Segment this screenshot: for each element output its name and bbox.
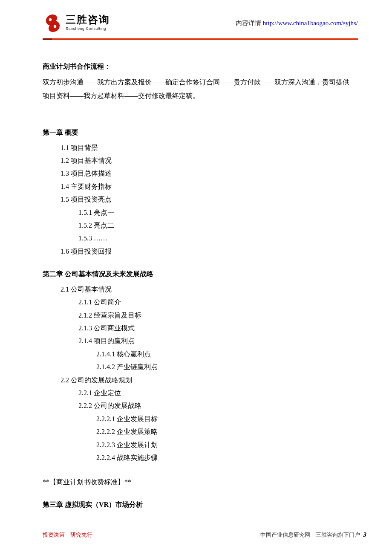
header-detail: 内容详情 http://www.china1baogao.com/syjhs/: [236, 17, 358, 29]
chapter-3-heading: 第三章 虚拟现实（VR）市场分析: [43, 499, 349, 511]
toc-item: 1.1 项目背景: [43, 142, 349, 154]
toc-subitem: 2.1.4 项目的赢利点: [43, 335, 349, 347]
toc-subsubitem: 2.2.2.1 企业发展目标: [43, 413, 349, 425]
toc-subitem: 1.5.1 亮点一: [43, 206, 349, 219]
logo-text-en: Sansheng Consulting: [66, 25, 110, 32]
toc-subsubitem: 2.1.4.1 核心赢利点: [43, 348, 349, 361]
toc-subsubitem: 2.2.2.3 企业发展计划: [43, 439, 349, 451]
page-header: 三胜咨询 Sansheng Consulting 内容详情 http://www…: [0, 0, 392, 38]
toc-subsubitem: 2.1.4.2 产业链赢利点: [43, 361, 349, 373]
toc-subsubitem: 2.2.2.2 企业发展策略: [43, 425, 349, 438]
footer-right: 中国产业信息研究网 三胜咨询旗下门户 3: [260, 529, 367, 541]
toc-item: 2.1 公司基本情况: [43, 283, 349, 296]
toc-subitem: 2.1.3 公司商业模式: [43, 322, 349, 335]
toc-subitem: 1.5.2 亮点二: [43, 219, 349, 232]
page-number: 3: [363, 529, 367, 541]
toc-item: 2.2 公司的发展战略规划: [43, 374, 349, 387]
logo-text-cn: 三胜咨询: [66, 14, 110, 25]
logo-text-block: 三胜咨询 Sansheng Consulting: [66, 14, 110, 32]
page-footer: 投资决策 研究先行 中国产业信息研究网 三胜咨询旗下门户 3: [43, 529, 366, 541]
chapter-1-heading: 第一章 概要: [43, 127, 349, 139]
footer-slogan: 投资决策 研究先行: [43, 530, 92, 540]
header-detail-label: 内容详情: [236, 20, 261, 26]
toc-subitem: 1.5.3 ……: [43, 232, 349, 245]
svg-point-1: [54, 25, 56, 28]
footer-site-text: 中国产业信息研究网 三胜咨询旗下门户: [260, 530, 360, 540]
toc-subitem: 2.2.2 公司的发展战略: [43, 399, 349, 412]
toc-subitem: 2.1.1 公司简介: [43, 296, 349, 309]
process-text: 双方初步沟通——我方出方案及报价——确定合作签订合同——贵方付款——双方深入沟通…: [43, 75, 349, 103]
header-detail-link[interactable]: http://www.china1baogao.com/syjhs/: [263, 20, 358, 26]
fee-standard-note: **【商业计划书收费标准】**: [43, 476, 349, 489]
toc-item: 1.6 项目投资回报: [43, 245, 349, 258]
toc-item: 1.4 主要财务指标: [43, 180, 349, 193]
page-content: 商业计划书合作流程： 双方初步沟通——我方出方案及报价——确定合作签订合同——贵…: [0, 40, 392, 511]
toc-subitem: 2.1.2 经营宗旨及目标: [43, 309, 349, 322]
toc-item: 1.5 项目投资亮点: [43, 193, 349, 206]
process-title: 商业计划书合作流程：: [43, 61, 349, 73]
toc-item: 1.3 项目总体描述: [43, 167, 349, 180]
toc-subitem: 2.2.1 企业定位: [43, 387, 349, 399]
logo-icon: [43, 13, 63, 33]
chapter-2-heading: 第二章 公司基本情况及未来发展战略: [43, 268, 349, 280]
toc-subsubitem: 2.2.2.4 战略实施步骤: [43, 451, 349, 464]
toc-item: 1.2 项目基本情况: [43, 154, 349, 167]
logo: 三胜咨询 Sansheng Consulting: [43, 13, 110, 33]
svg-point-0: [49, 18, 52, 21]
